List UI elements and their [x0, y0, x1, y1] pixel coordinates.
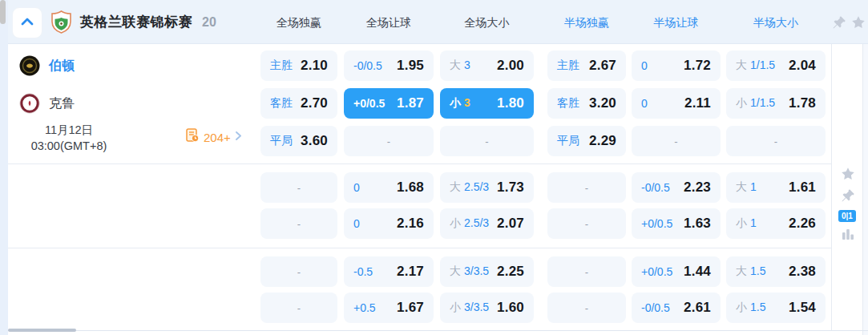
star-icon[interactable]: [851, 15, 866, 30]
column-header-full-overunder: 全场大小: [440, 16, 534, 30]
odds-cell[interactable]: 小1/1.51.78: [726, 88, 826, 119]
odds-cell[interactable]: 小1.51.54: [726, 293, 826, 323]
odds-cell[interactable]: 大32.00: [440, 50, 534, 81]
odds-cell[interactable]: -0/0.52.61: [632, 293, 721, 323]
odds-label: 大1.5: [736, 264, 765, 279]
league-title: 英格兰联赛锦标赛: [80, 13, 192, 31]
odds-label: -0.5: [353, 265, 373, 278]
odds-cell-empty: -: [726, 126, 826, 156]
odds-cell[interactable]: 01.68: [344, 172, 434, 203]
pin-icon[interactable]: [832, 15, 846, 30]
odds-cell[interactable]: 客胜3.20: [547, 88, 626, 119]
away-team-name: 克鲁: [49, 95, 75, 112]
odds-cell[interactable]: 小31.80: [440, 88, 534, 119]
league-badge-icon: [50, 10, 72, 34]
odds-label: 客胜: [270, 96, 293, 111]
odds-row: -+0.51.67小3/3.51.60--0/0.52.61小1.51.54: [8, 293, 831, 323]
column-header-full-handicap: 全场让球: [344, 16, 434, 30]
odds-cell[interactable]: 小3/3.51.60: [440, 293, 534, 323]
odds-cell[interactable]: -0.52.17: [344, 256, 434, 287]
chevron-right-icon: [235, 130, 242, 144]
horizontal-scrollbar-thumb[interactable]: [8, 329, 76, 332]
odds-label: 平局: [270, 134, 293, 148]
odds-value: 2.38: [789, 264, 816, 280]
away-team-row[interactable]: 克鲁: [8, 88, 260, 119]
odds-label: 小3: [450, 96, 470, 111]
odds-value: 1.68: [397, 180, 424, 196]
odds-cell[interactable]: 大1/1.52.04: [726, 50, 826, 81]
home-team-row[interactable]: 伯顿: [8, 50, 260, 81]
odds-cell[interactable]: +0/0.51.44: [632, 256, 721, 287]
pin-match-icon[interactable]: [841, 188, 855, 203]
odds-cell[interactable]: 小12.26: [726, 208, 826, 239]
more-markets-count: 204+: [204, 131, 231, 144]
odds-label: +0/0.5: [641, 265, 672, 278]
column-header-full-win: 全场独赢: [260, 16, 337, 30]
odds-cell[interactable]: 02.11: [632, 88, 721, 119]
odds-value: 2.00: [497, 58, 524, 74]
stats-chart-icon[interactable]: [841, 227, 855, 241]
vertical-scrollbar-thumb[interactable]: [0, 0, 6, 24]
odds-cell[interactable]: 平局3.60: [260, 126, 337, 156]
league-header: 英格兰联赛锦标赛 20 全场独赢 全场让球 全场大小 半场独赢 半场让球 半场大…: [8, 0, 868, 44]
odds-value: 2.67: [589, 58, 616, 74]
match-actions-gutter: 0|1: [831, 44, 862, 330]
odds-cell[interactable]: 大3/3.52.25: [440, 256, 534, 287]
odds-value: 2.17: [397, 264, 424, 280]
odds-label: 小2.5/3: [450, 216, 489, 231]
collapse-button[interactable]: [12, 7, 42, 38]
odds-value: 2.29: [589, 133, 616, 149]
match-date: 11月12日: [16, 122, 122, 138]
odds-group: --0.52.17大3/3.52.25-+0/0.51.44大1.52.38-+…: [8, 248, 831, 330]
odds-value: 1.78: [789, 95, 816, 111]
home-team-name: 伯顿: [49, 58, 75, 75]
odds-label: 0: [641, 59, 648, 72]
odds-value: 2.16: [397, 216, 424, 232]
odds-cell[interactable]: 客胜2.70: [260, 88, 337, 119]
empty-odds-dash: -: [297, 302, 301, 314]
odds-cell[interactable]: 主胜2.10: [260, 50, 337, 81]
odds-cell[interactable]: 01.72: [632, 50, 721, 81]
more-markets-link[interactable]: 204+: [186, 128, 242, 146]
odds-label: -0/0.5: [641, 181, 670, 194]
odds-row: -01.68大2.5/31.73--0/0.52.23大11.61: [8, 172, 831, 203]
odds-value: 1.63: [684, 216, 711, 232]
odds-value: 2.23: [684, 180, 711, 196]
odds-cell[interactable]: 主胜2.67: [547, 50, 626, 81]
odds-group: -01.68大2.5/31.73--0/0.52.23大11.61-02.16小…: [8, 164, 831, 248]
odds-label: 主胜: [557, 59, 579, 73]
favorite-star-icon[interactable]: [841, 167, 855, 181]
away-team-badge-icon: [19, 93, 40, 114]
odds-label: 小3/3.5: [450, 301, 489, 315]
odds-cell[interactable]: 小2.5/32.07: [440, 208, 534, 239]
odds-cell[interactable]: 大1.52.38: [726, 256, 826, 287]
odds-label: -0/0.5: [353, 59, 382, 72]
odds-cell[interactable]: 02.16: [344, 208, 434, 239]
odds-value: 1.73: [497, 180, 524, 196]
odds-cell[interactable]: 平局2.29: [547, 126, 626, 156]
empty-odds-dash: -: [387, 135, 390, 147]
odds-cell[interactable]: +0.51.67: [344, 293, 434, 323]
empty-odds-dash: -: [485, 135, 488, 147]
corner-stats-badge[interactable]: 0|1: [838, 210, 856, 222]
odds-value: 2.25: [497, 264, 524, 280]
odds-cell[interactable]: +0/0.51.63: [632, 208, 721, 239]
match-time: 03:00(GMT+8): [16, 138, 122, 154]
odds-value: 1.44: [684, 264, 711, 280]
odds-label: 客胜: [557, 96, 579, 111]
odds-row: -02.16小2.5/32.07-+0/0.51.63小12.26: [8, 208, 831, 239]
odds-value: 1.80: [497, 95, 524, 111]
empty-odds-dash: -: [585, 266, 588, 278]
odds-value: 2.10: [301, 58, 328, 74]
odds-cell[interactable]: +0/0.51.87: [344, 88, 434, 119]
odds-cell-empty: -: [547, 208, 626, 239]
empty-odds-dash: -: [585, 182, 588, 194]
odds-cell[interactable]: -0/0.51.95: [344, 50, 434, 81]
odds-label: 小1.5: [736, 301, 765, 315]
bottom-divider: [8, 330, 868, 331]
odds-cell[interactable]: 大2.5/31.73: [440, 172, 534, 203]
odds-label: +0.5: [353, 301, 376, 314]
odds-label: 大1: [736, 180, 757, 195]
odds-cell[interactable]: -0/0.52.23: [632, 172, 721, 203]
odds-cell[interactable]: 大11.61: [726, 172, 826, 203]
